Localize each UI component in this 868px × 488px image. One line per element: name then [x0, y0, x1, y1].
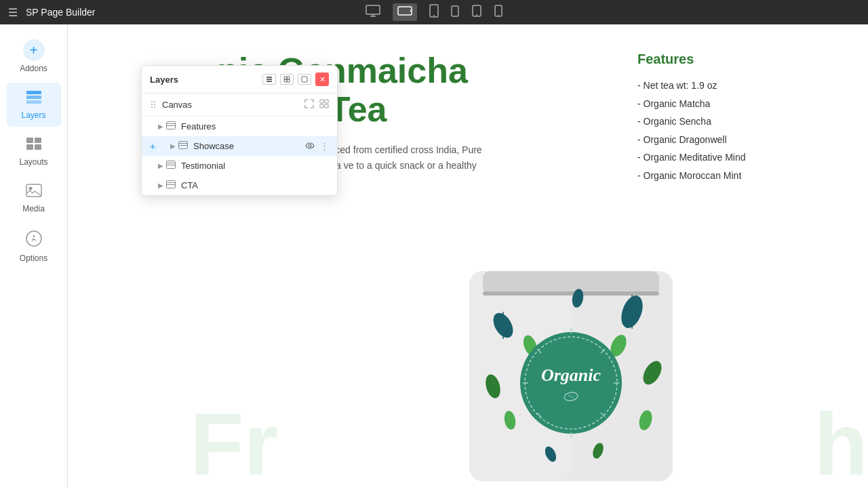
panel-minimize-button[interactable]: [262, 74, 276, 85]
device-tablet-small-icon[interactable]: [451, 5, 459, 20]
layer-name-features: Features: [181, 121, 329, 131]
layer-item-testimonial[interactable]: ▶ Testimonial: [142, 156, 337, 176]
svg-point-2: [410, 10, 412, 12]
layer-actions-showcase: ⋮: [305, 141, 329, 151]
layer-item-showcase[interactable]: + ▶ Showcase ⋮: [142, 136, 337, 156]
svg-rect-16: [35, 144, 41, 150]
layer-section-icon-testimonial: [166, 161, 176, 171]
svg-rect-50: [267, 77, 272, 78]
sidebar-item-label-options: Options: [20, 253, 47, 263]
svg-rect-11: [26, 96, 41, 99]
layers-panel-header: Layers ✕: [142, 66, 337, 94]
svg-rect-59: [320, 104, 323, 108]
feature-item-2: - Organic Matcha: [637, 95, 827, 113]
sidebar: + Addons Layers: [0, 24, 68, 488]
canvas-label: ⠿ Canvas: [150, 100, 192, 110]
svg-point-9: [498, 14, 499, 16]
feature-item-4: - Organic Dragonwell: [637, 131, 827, 149]
layer-item-cta[interactable]: ▶ CTA: [142, 176, 337, 195]
device-tablet-landscape-icon[interactable]: [393, 3, 417, 21]
layer-section-icon-features: [166, 121, 176, 131]
layer-name-testimonial: Testimonial: [181, 161, 329, 171]
svg-rect-58: [325, 100, 328, 103]
canvas-grid-button[interactable]: [319, 99, 329, 110]
bg-text-right: h: [814, 400, 868, 488]
layer-name-showcase: Showcase: [193, 141, 305, 151]
svg-point-67: [309, 144, 311, 147]
feature-item-1: - Net tea wt: 1.9 oz: [637, 77, 827, 95]
sidebar-item-media[interactable]: Media: [7, 176, 61, 220]
svg-rect-60: [325, 104, 328, 108]
svg-rect-12: [26, 100, 41, 104]
sidebar-item-layers[interactable]: Layers: [7, 83, 61, 127]
sidebar-item-options[interactable]: Options: [7, 223, 61, 270]
svg-rect-13: [26, 138, 33, 143]
svg-point-18: [28, 187, 32, 190]
svg-point-4: [433, 15, 435, 16]
svg-rect-51: [267, 81, 272, 82]
svg-rect-15: [26, 144, 33, 150]
options-icon: [25, 230, 43, 251]
canvas-area: nic Genmaicha Green Tea nest quality ing…: [68, 24, 868, 488]
panel-expand-button[interactable]: [298, 74, 311, 85]
topbar: ☰ SP Page Builder: [0, 0, 868, 24]
svg-rect-5: [452, 6, 458, 16]
svg-rect-56: [302, 77, 307, 82]
svg-rect-21: [483, 271, 659, 295]
layer-more-button-showcase[interactable]: ⋮: [320, 141, 329, 151]
device-mobile-small-icon[interactable]: [494, 5, 502, 20]
drag-dots-icon: ⠿: [150, 100, 157, 110]
layers-icon: [25, 89, 43, 108]
svg-rect-22: [483, 291, 659, 296]
sidebar-item-label-media: Media: [22, 204, 45, 214]
sidebar-item-label-addons: Addons: [20, 64, 47, 73]
layer-section-icon-cta: [166, 180, 176, 190]
panel-close-button[interactable]: ✕: [315, 73, 329, 86]
layer-name-cta: CTA: [181, 180, 329, 190]
svg-rect-49: [267, 79, 272, 80]
layer-section-icon-showcase: [178, 141, 188, 151]
svg-rect-0: [366, 5, 380, 14]
svg-rect-52: [284, 77, 287, 79]
sidebar-item-label-layers: Layers: [21, 110, 45, 120]
addons-icon: +: [23, 39, 45, 61]
features-title: Features: [637, 52, 827, 67]
svg-rect-55: [287, 79, 290, 82]
layer-item-features[interactable]: ▶ Features: [142, 117, 337, 136]
menu-icon[interactable]: ☰: [8, 6, 18, 19]
device-tablet-portrait-icon[interactable]: [429, 4, 439, 20]
svg-text:Organic: Organic: [541, 365, 601, 385]
canvas-actions: [304, 99, 329, 110]
feature-item-5: - Organic Meditative Mind: [637, 148, 827, 167]
layouts-icon: [25, 136, 43, 155]
panel-arrange-button[interactable]: [280, 74, 294, 85]
layer-add-button-showcase[interactable]: +: [147, 141, 158, 152]
svg-point-7: [476, 14, 477, 16]
layers-panel-controls: ✕: [262, 73, 329, 86]
sidebar-item-label-layouts: Layouts: [19, 157, 47, 167]
svg-rect-1: [398, 7, 412, 15]
svg-rect-54: [284, 79, 287, 82]
layer-visibility-button-showcase[interactable]: [305, 141, 315, 151]
main-layout: + Addons Layers: [0, 24, 868, 488]
canvas-fullscreen-button[interactable]: [304, 99, 314, 110]
features-section: Features - Net tea wt: 1.9 oz - Organic …: [637, 52, 827, 185]
media-icon: [25, 183, 43, 201]
sidebar-item-addons[interactable]: + Addons: [7, 33, 61, 80]
feature-item-6: - Organic Moroccan Mint: [637, 167, 827, 185]
features-list: - Net tea wt: 1.9 oz - Organic Matcha - …: [637, 77, 827, 185]
app-title: SP Page Builder: [26, 7, 95, 18]
svg-rect-57: [320, 100, 323, 103]
svg-rect-53: [287, 77, 290, 79]
svg-rect-10: [26, 91, 41, 94]
sidebar-item-layouts[interactable]: Layouts: [7, 129, 61, 174]
device-mobile-icon[interactable]: [471, 5, 482, 20]
layer-arrow-showcase[interactable]: ▶: [170, 142, 176, 150]
layer-arrow-features[interactable]: ▶: [158, 123, 163, 130]
device-desktop-icon[interactable]: [366, 5, 380, 20]
layer-arrow-cta[interactable]: ▶: [158, 182, 163, 189]
feature-item-3: - Organic Sencha: [637, 113, 827, 131]
bg-text-left: Fr: [190, 400, 278, 488]
canvas-row: ⠿ Canvas: [142, 94, 337, 117]
layer-arrow-testimonial[interactable]: ▶: [158, 162, 163, 169]
